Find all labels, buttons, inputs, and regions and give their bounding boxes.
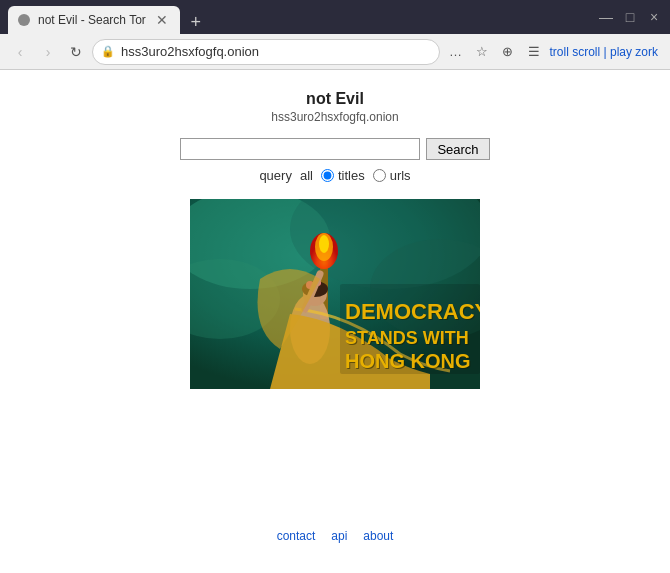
address-text: hss3uro2hsxfogfq.onion	[121, 44, 431, 59]
poster-image: DEMOCRACY DEMOCRACY STANDS WITH STANDS W…	[190, 199, 480, 389]
title-bar: not Evil - Search Tor ✕ + — □ ×	[0, 0, 670, 34]
footer-links: contact api about	[277, 389, 394, 563]
titles-radio-group: titles	[321, 168, 365, 183]
search-options: query all titles urls	[259, 168, 410, 183]
titles-radio[interactable]	[321, 169, 334, 182]
contact-link[interactable]: contact	[277, 529, 316, 543]
site-url: hss3uro2hsxfogfq.onion	[271, 110, 398, 124]
poster-svg: DEMOCRACY DEMOCRACY STANDS WITH STANDS W…	[190, 199, 480, 389]
urls-label[interactable]: urls	[390, 168, 411, 183]
address-bar[interactable]: 🔒 hss3uro2hsxfogfq.onion	[92, 39, 440, 65]
urls-radio[interactable]	[373, 169, 386, 182]
back-button[interactable]: ‹	[8, 40, 32, 64]
maximize-button[interactable]: □	[622, 9, 638, 25]
search-row: Search	[180, 138, 489, 160]
new-tab-button[interactable]: +	[184, 10, 208, 34]
query-label: query	[259, 168, 292, 183]
page-content: not Evil hss3uro2hsxfogfq.onion Search q…	[0, 70, 670, 573]
all-label: all	[300, 168, 313, 183]
more-options-button[interactable]: …	[444, 40, 468, 64]
forward-button[interactable]: ›	[36, 40, 60, 64]
bookmark-button[interactable]: ☆	[470, 40, 494, 64]
titles-label[interactable]: titles	[338, 168, 365, 183]
browser-window: not Evil - Search Tor ✕ + — □ × ‹ › ↻ 🔒 …	[0, 0, 670, 573]
tab-bar: not Evil - Search Tor ✕ +	[8, 0, 594, 34]
site-title: not Evil	[306, 90, 364, 108]
security-icon: 🔒	[101, 45, 115, 58]
tor-button[interactable]: ⊕	[496, 40, 520, 64]
api-link[interactable]: api	[331, 529, 347, 543]
tab-label: not Evil - Search Tor	[38, 13, 146, 27]
minimize-button[interactable]: —	[598, 9, 614, 25]
menu-button[interactable]: ☰	[522, 40, 546, 64]
play-zork-link[interactable]: play zork	[610, 45, 658, 59]
refresh-button[interactable]: ↻	[64, 40, 88, 64]
about-link[interactable]: about	[363, 529, 393, 543]
window-controls: — □ ×	[598, 9, 662, 25]
navigation-bar: ‹ › ↻ 🔒 hss3uro2hsxfogfq.onion … ☆ ⊕ ☰ t…	[0, 34, 670, 70]
top-links: troll scroll | play zork	[550, 45, 663, 59]
active-tab[interactable]: not Evil - Search Tor ✕	[8, 6, 180, 34]
close-button[interactable]: ×	[646, 9, 662, 25]
nav-extra-buttons: … ☆ ⊕ ☰	[444, 40, 546, 64]
search-button[interactable]: Search	[426, 138, 489, 160]
tab-favicon	[18, 14, 30, 26]
troll-scroll-link[interactable]: troll scroll	[550, 45, 601, 59]
svg-text:HONG KONG: HONG KONG	[345, 350, 471, 372]
svg-point-8	[319, 235, 329, 253]
svg-text:DEMOCRACY: DEMOCRACY	[345, 299, 480, 324]
urls-radio-group: urls	[373, 168, 411, 183]
search-input[interactable]	[180, 138, 420, 160]
svg-text:STANDS WITH: STANDS WITH	[345, 328, 469, 348]
tab-close-button[interactable]: ✕	[154, 12, 170, 28]
